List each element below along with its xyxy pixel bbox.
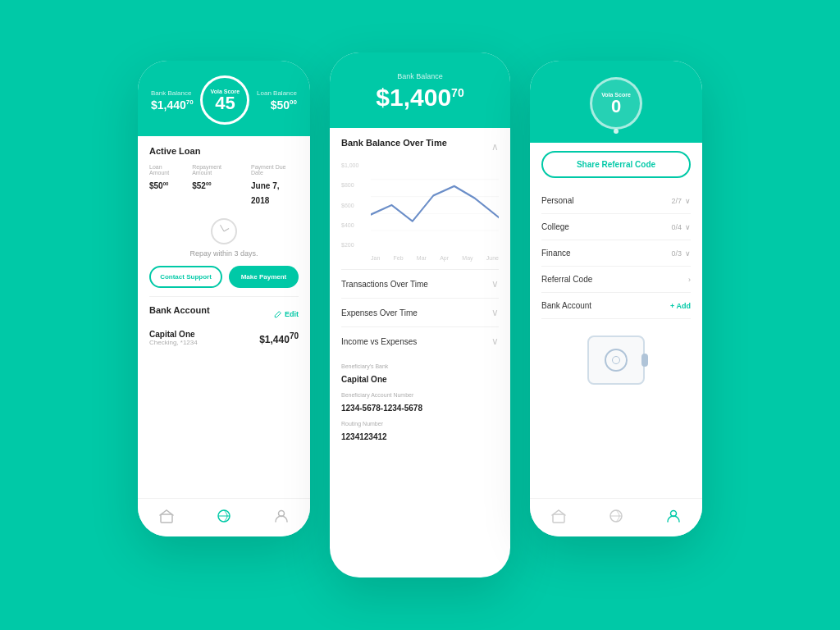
chart-section-row: Bank Balance Over Time ∧ bbox=[341, 138, 499, 156]
chart-area bbox=[371, 162, 499, 248]
bank-account-title: Bank Account bbox=[149, 305, 210, 315]
finance-label: Finance bbox=[541, 249, 571, 258]
loan-amount-value: $5000 bbox=[149, 181, 168, 190]
make-payment-button[interactable]: Make Payment bbox=[229, 266, 299, 288]
income-title: Income vs Expenses bbox=[341, 337, 417, 346]
bank-account-label-3: Bank Account bbox=[541, 301, 591, 310]
transactions-title: Transactions Over Time bbox=[341, 280, 428, 289]
bank-balance-label: Bank Balance bbox=[151, 89, 191, 97]
account-number-value: 1234-5678-1234-5678 bbox=[341, 404, 422, 413]
phone2-header: Bank Balance $1,40070 bbox=[330, 52, 510, 128]
college-label: College bbox=[541, 222, 569, 231]
loan-balance-stat: Loan Balance $5000 bbox=[257, 89, 297, 112]
bank-account-row: Bank Account Edit bbox=[149, 305, 299, 323]
transactions-chevron-icon: ∨ bbox=[491, 278, 499, 290]
bank-sub: Checking, *1234 bbox=[149, 339, 198, 346]
phone2-body: Bank Balance Over Time ∧ $200 $400 $600 … bbox=[330, 128, 510, 459]
phone1-nav bbox=[138, 498, 310, 536]
expenses-chevron-icon: ∨ bbox=[491, 307, 499, 318]
phone-1: Bank Balance $1,44070 Vola Score 45 Loan… bbox=[138, 61, 310, 536]
nav-home-icon[interactable] bbox=[158, 507, 176, 525]
bank-info: Capital One Checking, *1234 $1,44070 bbox=[149, 330, 299, 346]
phone1-body: Active Loan Loan Amount $5000 Repayment … bbox=[138, 136, 310, 356]
account-number-label: Beneficiary Account Number bbox=[341, 392, 499, 398]
bank-balance-stat: Bank Balance $1,44070 bbox=[151, 89, 194, 112]
chart-x-labels: Jan Feb Mar Apr May June bbox=[371, 255, 499, 261]
repayment-value: $5200 bbox=[192, 181, 211, 190]
referral-label: Referral Code bbox=[541, 275, 592, 284]
due-date-value: June 7, 2018 bbox=[251, 181, 279, 205]
personal-label: Personal bbox=[541, 196, 573, 205]
personal-item[interactable]: Personal 2/7 ∨ bbox=[541, 188, 691, 214]
nav-profile-icon-3[interactable] bbox=[664, 507, 682, 525]
repayment-label: Repayment Amount bbox=[192, 164, 241, 176]
active-loan-title: Active Loan bbox=[149, 146, 299, 156]
income-accordion[interactable]: Income vs Expenses ∨ bbox=[341, 326, 499, 355]
contact-support-button[interactable]: Contact Support bbox=[149, 266, 222, 288]
bank-name: Capital One bbox=[149, 330, 198, 339]
expenses-accordion[interactable]: Expenses Over Time ∨ bbox=[341, 298, 499, 326]
share-referral-button[interactable]: Share Referral Code bbox=[541, 151, 691, 178]
routing-label: Routing Number bbox=[341, 421, 499, 427]
bank-balance-chart: $200 $400 $600 $800 $1,000 Jan bbox=[341, 162, 499, 261]
finance-chevron-icon: ∨ bbox=[685, 249, 691, 258]
edit-icon bbox=[274, 310, 282, 318]
phone-2: Bank Balance $1,40070 Bank Balance Over … bbox=[330, 52, 510, 578]
beneficiary-section: Beneficiary's Bank Capital One Beneficia… bbox=[341, 355, 499, 443]
chart-chevron-icon: ∧ bbox=[491, 141, 499, 153]
personal-chevron-icon: ∨ bbox=[685, 197, 691, 205]
college-chevron-icon: ∨ bbox=[685, 223, 691, 231]
expenses-title: Expenses Over Time bbox=[341, 308, 418, 317]
chart-title: Bank Balance Over Time bbox=[341, 138, 447, 148]
finance-right: 0/3 ∨ bbox=[671, 249, 691, 258]
vola-score-3: 0 bbox=[611, 98, 621, 116]
personal-count: 2/7 bbox=[671, 197, 682, 205]
phone-3: Vola Score 0 Share Referral Code Persona… bbox=[530, 61, 702, 536]
balance-label: Bank Balance bbox=[343, 72, 497, 80]
loan-balance-label: Loan Balance bbox=[257, 89, 297, 97]
balance-amount: $1,40070 bbox=[343, 84, 497, 112]
referral-item[interactable]: Referral Code › bbox=[541, 267, 691, 293]
svg-rect-8 bbox=[553, 514, 564, 523]
phone1-header: Bank Balance $1,44070 Vola Score 45 Loan… bbox=[138, 61, 310, 136]
add-bank-link[interactable]: + Add bbox=[670, 302, 691, 310]
college-item[interactable]: College 0/4 ∨ bbox=[541, 214, 691, 240]
beneficiary-bank-label: Beneficiary's Bank bbox=[341, 363, 499, 369]
phone3-body: Share Referral Code Personal 2/7 ∨ Colle… bbox=[530, 143, 702, 409]
beneficiary-bank-value: Capital One bbox=[341, 375, 387, 384]
routing-value: 1234123412 bbox=[341, 432, 387, 441]
nav-chart-icon[interactable] bbox=[215, 507, 233, 525]
phone3-header: Vola Score 0 bbox=[530, 61, 702, 143]
college-count: 0/4 bbox=[671, 223, 682, 231]
loan-amount-label: Loan Amount bbox=[149, 164, 182, 176]
repay-text: Repay within 3 days. bbox=[189, 249, 258, 258]
bank-balance-value: $1,44070 bbox=[151, 98, 194, 112]
repayment-field: Repayment Amount $5200 bbox=[192, 164, 241, 207]
safe-dial bbox=[605, 349, 628, 372]
action-buttons: Contact Support Make Payment bbox=[149, 266, 299, 288]
referral-chevron-icon: › bbox=[688, 276, 691, 284]
bank-account-item[interactable]: Bank Account + Add bbox=[541, 293, 691, 319]
bank-balance-display: $1,44070 bbox=[259, 331, 299, 345]
nav-chart-icon-3[interactable] bbox=[607, 507, 625, 525]
vola-score-circle-3: Vola Score 0 bbox=[590, 77, 642, 130]
edit-link[interactable]: Edit bbox=[274, 310, 299, 318]
account-number-field: Beneficiary Account Number 1234-5678-123… bbox=[341, 392, 499, 414]
nav-profile-icon[interactable] bbox=[272, 507, 290, 525]
safe-dial-inner bbox=[612, 356, 620, 364]
due-date-label: Payment Due Date bbox=[251, 164, 299, 176]
nav-home-icon-3[interactable] bbox=[550, 507, 568, 525]
finance-count: 0/3 bbox=[671, 249, 682, 258]
vola-score-circle: Vola Score 45 bbox=[200, 75, 249, 125]
loan-balance-value: $5000 bbox=[271, 98, 297, 112]
vola-score-value: 45 bbox=[215, 94, 235, 112]
finance-item[interactable]: Finance 0/3 ∨ bbox=[541, 240, 691, 267]
svg-rect-0 bbox=[161, 514, 172, 523]
routing-number-field: Routing Number 1234123412 bbox=[341, 421, 499, 443]
bank-name-group: Capital One Checking, *1234 bbox=[149, 330, 198, 346]
phone3-nav bbox=[530, 498, 702, 536]
beneficiary-bank-field: Beneficiary's Bank Capital One bbox=[341, 363, 499, 386]
loan-amount-field: Loan Amount $5000 bbox=[149, 164, 182, 207]
transactions-accordion[interactable]: Transactions Over Time ∨ bbox=[341, 269, 499, 298]
personal-right: 2/7 ∨ bbox=[671, 197, 691, 205]
